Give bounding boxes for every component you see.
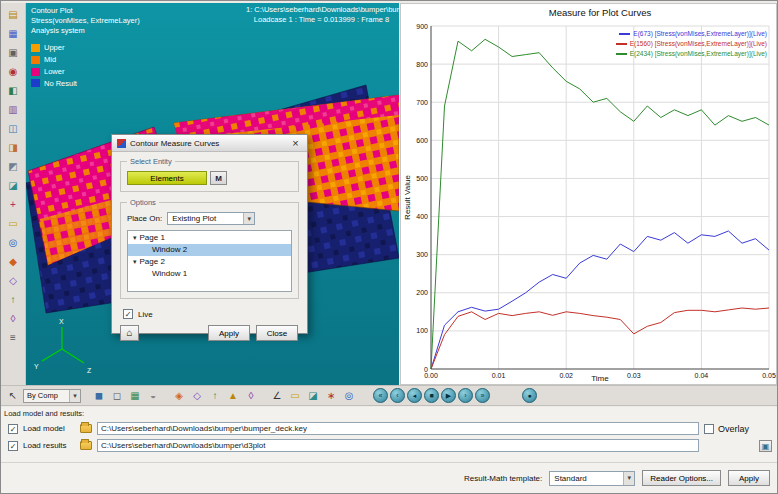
measure-icon[interactable]: + <box>5 197 21 213</box>
tree-node-window-2[interactable]: Window 2 <box>128 244 291 256</box>
entity-selector-icon[interactable]: ↖ <box>5 388 21 404</box>
series-line-2[interactable] <box>431 39 769 369</box>
transparency-icon[interactable]: ◒ <box>145 388 161 404</box>
chevron-down-icon[interactable]: ▾ <box>623 472 634 485</box>
contour-panel-icon[interactable]: ◈ <box>171 388 187 404</box>
svg-text:0.05: 0.05 <box>762 372 776 379</box>
place-on-label: Place On: <box>127 214 162 223</box>
contour-legend-item: Upper <box>31 43 140 53</box>
tracking-icon[interactable]: ◎ <box>5 235 21 251</box>
entity-mode-button[interactable]: M <box>210 171 227 185</box>
reader-icon[interactable]: ▣ <box>759 440 772 452</box>
measure-panel-icon[interactable]: ∠ <box>269 388 285 404</box>
home-button[interactable]: ⌂ <box>120 325 139 341</box>
first-frame-button[interactable]: « <box>373 388 388 403</box>
series-line-0[interactable] <box>431 231 769 369</box>
last-frame-button[interactable]: » <box>475 388 490 403</box>
folder-icon[interactable] <box>80 441 92 450</box>
place-on-value: Existing Plot <box>168 214 243 223</box>
deformed-shape-icon[interactable]: ◊ <box>5 311 21 327</box>
shaded-mode-icon[interactable]: ◼ <box>91 388 107 404</box>
chevron-down-icon[interactable]: ▾ <box>69 390 80 402</box>
select-entity-label: Select Entity <box>127 157 175 166</box>
stop-button[interactable]: ■ <box>424 388 439 403</box>
tree-node-page-1[interactable]: ▾Page 1 <box>128 232 291 244</box>
plot-canvas[interactable]: 01002003004005006007008009000.000.010.02… <box>401 4 776 383</box>
notes-icon[interactable]: ▭ <box>5 216 21 232</box>
iso-panel-icon[interactable]: ◇ <box>189 388 205 404</box>
plot-window[interactable]: 01002003004005006007008009000.000.010.02… <box>400 3 777 385</box>
overlay-checkbox[interactable] <box>704 424 714 434</box>
play-button[interactable]: ▶ <box>441 388 456 403</box>
load-results-checkbox[interactable]: ✓ <box>8 441 18 451</box>
tree-node-page-2[interactable]: ▾Page 2 <box>128 256 291 268</box>
iso-surface-icon[interactable]: ◇ <box>5 273 21 289</box>
legend-item-label: Mid <box>44 55 56 65</box>
tracking-systems-icon[interactable]: ◎ <box>341 388 357 404</box>
selection-mode-dropdown[interactable]: By Comp▾ <box>23 389 81 403</box>
tree-expand-icon[interactable]: ▾ <box>133 256 137 268</box>
folder-icon[interactable] <box>80 424 92 433</box>
load-model-checkbox[interactable]: ✓ <box>8 424 18 434</box>
vector-panel-icon[interactable]: ↑ <box>207 388 223 404</box>
svg-text:0.00: 0.00 <box>424 372 438 379</box>
mesh-lines-icon[interactable]: ▦ <box>127 388 143 404</box>
chevron-down-icon[interactable]: ▾ <box>243 213 254 224</box>
entity-type-button[interactable]: Elements <box>127 171 207 185</box>
preferences-icon[interactable]: ≡ <box>5 330 21 346</box>
tree-node-window-1[interactable]: Window 1 <box>128 268 291 280</box>
live-label: Live <box>138 310 153 319</box>
contour-icon[interactable]: ◆ <box>5 254 21 270</box>
print-icon[interactable]: ▣ <box>5 45 21 61</box>
page-layout-icon[interactable]: ◧ <box>5 83 21 99</box>
capture-image-icon[interactable]: ◉ <box>5 64 21 80</box>
result-math-dropdown[interactable]: Standard ▾ <box>549 471 635 486</box>
tree-node-label: Window 2 <box>152 244 187 256</box>
dialog-title-bar[interactable]: Contour Measure Curves × <box>112 135 307 152</box>
vector-plot-icon[interactable]: ↑ <box>5 292 21 308</box>
entity-attributes-icon[interactable]: ◨ <box>5 140 21 156</box>
notes-panel-icon[interactable]: ▭ <box>287 388 303 404</box>
section-cut-icon[interactable]: ◪ <box>5 178 21 194</box>
series-line-1[interactable] <box>431 308 769 369</box>
select-entity-group: Select Entity Elements M <box>120 161 299 192</box>
svg-text:200: 200 <box>416 289 428 296</box>
contour-legend: UpperMidLowerNo Result <box>31 43 140 88</box>
apply-button[interactable]: Apply <box>208 325 250 341</box>
deformed-panel-icon[interactable]: ◊ <box>243 388 259 404</box>
overlay-controls: Overlay <box>704 424 772 434</box>
chart-ylabel: Result Value <box>403 175 412 220</box>
results-right-controls: ▣ <box>704 440 772 452</box>
previous-frame-button[interactable]: ‹ <box>390 388 405 403</box>
mask-icon[interactable]: ◩ <box>5 159 21 175</box>
svg-text:300: 300 <box>416 251 428 258</box>
place-on-dropdown[interactable]: Existing Plot ▾ <box>167 212 255 225</box>
wireframe-mode-icon[interactable]: ◻ <box>109 388 125 404</box>
results-path-input[interactable] <box>97 439 699 452</box>
results-browser-icon[interactable]: ◫ <box>5 121 21 137</box>
contour-measure-curves-dialog: Contour Measure Curves × Select Entity E… <box>111 134 308 334</box>
tree-expand-icon[interactable]: ▾ <box>133 232 137 244</box>
panel-apply-button[interactable]: Apply <box>728 470 770 486</box>
tensor-panel-icon[interactable]: ▲ <box>225 388 241 404</box>
window-layout-icon[interactable]: ▥ <box>5 102 21 118</box>
section-cut-panel-icon[interactable]: ◪ <box>305 388 321 404</box>
legend-series-label: E(2434) [Stress(vonMises,ExtremeLayer)](… <box>630 50 767 57</box>
contour-result-label: Stress(vonMises, ExtremeLayer) <box>31 16 140 26</box>
reverse-play-button[interactable]: ◂ <box>407 388 422 403</box>
exploded-view-icon[interactable]: ∗ <box>323 388 339 404</box>
model-path-input[interactable] <box>97 422 699 435</box>
close-icon[interactable]: × <box>289 137 302 149</box>
svg-text:400: 400 <box>416 213 428 220</box>
animation-slider-knob[interactable]: ● <box>522 388 537 403</box>
contour-info-block: Contour Plot Stress(vonMises, ExtremeLay… <box>31 6 140 88</box>
live-checkbox[interactable]: ✓ <box>123 309 133 319</box>
plot-target-tree[interactable]: ▾Page 1Window 2▾Page 2Window 1 <box>127 230 292 292</box>
next-frame-button[interactable]: › <box>458 388 473 403</box>
legend-line-swatch <box>619 33 630 35</box>
close-button[interactable]: Close <box>256 325 298 341</box>
save-session-icon[interactable]: ▦ <box>5 26 21 42</box>
open-session-icon[interactable]: ▤ <box>5 7 21 23</box>
svg-text:0.04: 0.04 <box>695 372 709 379</box>
reader-options-button[interactable]: Reader Options... <box>642 470 721 486</box>
